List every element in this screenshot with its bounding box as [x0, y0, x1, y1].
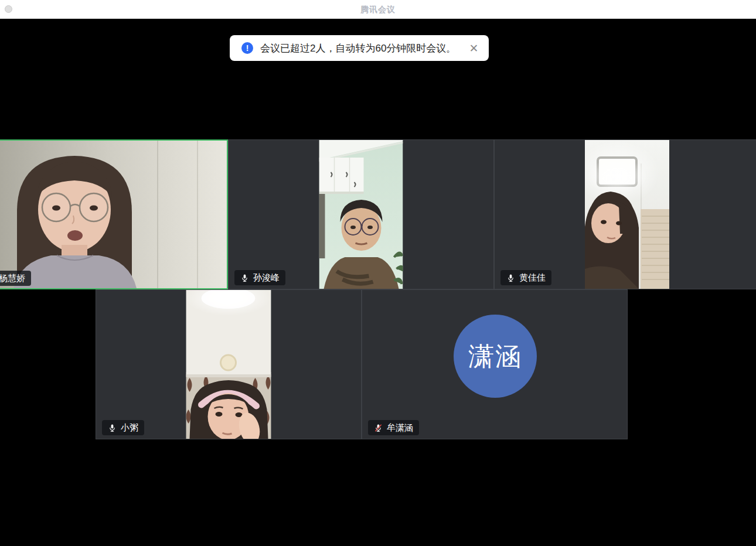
- video-tile-5[interactable]: 潇涵 牟潇涵: [362, 289, 628, 439]
- video-grid: 杨慧娇: [0, 139, 756, 439]
- video-feed: [0, 141, 227, 288]
- video-tile-2[interactable]: 孙浚峰: [228, 139, 494, 289]
- banner-close-button[interactable]: ✕: [466, 42, 481, 55]
- info-icon: !: [241, 42, 253, 54]
- participant-name-tag: 杨慧娇: [0, 271, 31, 286]
- window-titlebar: 腾讯会议: [0, 0, 756, 19]
- participant-name-tag: 孙浚峰: [234, 270, 285, 285]
- participant-name: 杨慧娇: [0, 273, 25, 284]
- video-feed: [585, 140, 669, 289]
- video-tile-3[interactable]: 黄佳佳: [494, 139, 756, 289]
- mic-on-icon: [506, 274, 515, 282]
- video-tile-1[interactable]: 杨慧娇: [0, 139, 228, 289]
- mic-on-icon: [240, 274, 249, 282]
- notification-banner: ! 会议已超过2人，自动转为60分钟限时会议。 ✕: [230, 35, 489, 61]
- mic-on-icon: [108, 424, 117, 432]
- participant-name: 孙浚峰: [253, 272, 280, 284]
- banner-text: 会议已超过2人，自动转为60分钟限时会议。: [260, 42, 456, 55]
- participant-name: 牟潇涵: [387, 422, 413, 434]
- meeting-stage: ! 会议已超过2人，自动转为60分钟限时会议。 ✕: [0, 19, 756, 546]
- meeting-window: 腾讯会议 ! 会议已超过2人，自动转为60分钟限时会议。 ✕: [0, 0, 756, 546]
- participant-name: 小粥: [121, 422, 138, 434]
- participant-name-tag: 黄佳佳: [500, 270, 551, 285]
- video-feed: [319, 140, 403, 289]
- mic-muted-icon: [374, 424, 383, 432]
- participant-name-tag: 小粥: [102, 420, 144, 435]
- window-title: 腾讯会议: [0, 0, 756, 19]
- participant-name-tag: 牟潇涵: [368, 420, 419, 435]
- video-feed: [186, 290, 271, 439]
- participant-name: 黄佳佳: [519, 272, 546, 284]
- video-tile-4[interactable]: 小粥: [96, 289, 362, 439]
- avatar-initials: 潇涵: [468, 339, 522, 374]
- avatar: 潇涵: [454, 315, 537, 398]
- close-icon: ✕: [469, 42, 478, 54]
